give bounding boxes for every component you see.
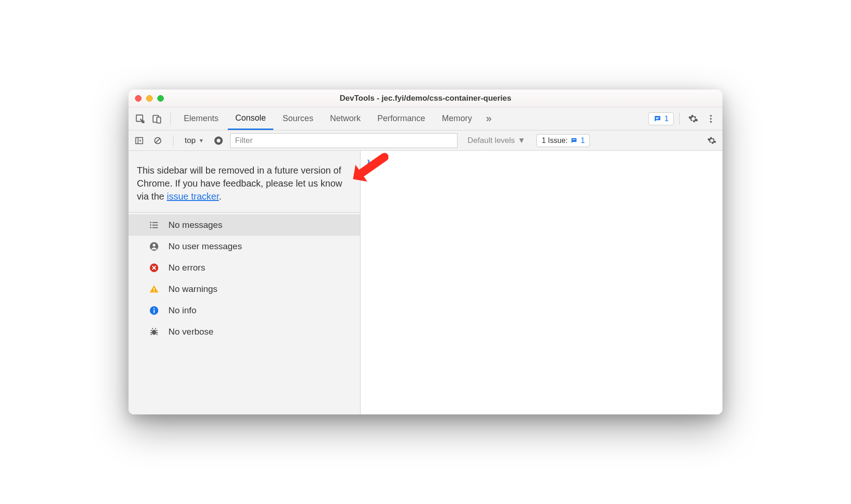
tab-network[interactable]: Network (322, 108, 368, 130)
console-settings-icon[interactable] (705, 134, 719, 148)
chat-icon (653, 115, 662, 123)
chevron-down-icon: ▼ (518, 136, 526, 145)
tab-console[interactable]: Console (228, 108, 273, 130)
log-levels-selector[interactable]: Default levels ▼ (468, 136, 526, 145)
svg-rect-2 (157, 117, 161, 123)
sidebar-filter-list: No messages No user messages No errors N… (129, 213, 360, 342)
svg-rect-14 (573, 139, 576, 140)
svg-rect-25 (154, 291, 155, 292)
notice-text-post: . (219, 191, 222, 201)
separator (679, 113, 680, 125)
svg-point-7 (710, 121, 712, 123)
sidebar-item-info[interactable]: No info (129, 300, 360, 321)
sidebar-item-label: No verbose (168, 327, 213, 337)
sidebar-item-label: No user messages (168, 241, 242, 252)
user-icon (148, 240, 160, 252)
svg-rect-24 (154, 288, 155, 291)
settings-icon[interactable] (685, 111, 701, 127)
svg-rect-27 (154, 310, 155, 313)
sidebar-item-label: No info (168, 305, 196, 316)
deprecation-notice: This sidebar will be removed in a future… (129, 151, 360, 213)
device-toolbar-icon[interactable] (149, 111, 165, 127)
svg-point-28 (154, 308, 155, 309)
sidebar-item-warnings[interactable]: No warnings (129, 278, 360, 300)
more-icon[interactable] (703, 111, 719, 127)
console-output[interactable]: › (361, 151, 722, 414)
chat-icon (570, 137, 578, 144)
separator (173, 136, 174, 146)
window-title: DevTools - jec.fyi/demo/css-container-qu… (129, 94, 722, 103)
svg-point-13 (217, 139, 220, 142)
sidebar-item-errors[interactable]: No errors (129, 257, 360, 278)
tab-performance[interactable]: Performance (370, 108, 432, 130)
bug-icon (148, 326, 160, 338)
tab-elements[interactable]: Elements (176, 108, 226, 130)
error-icon (148, 262, 160, 274)
chevron-down-icon: ▼ (199, 137, 204, 144)
svg-point-29 (152, 330, 156, 335)
sidebar-item-label: No messages (168, 220, 222, 230)
svg-rect-18 (152, 225, 158, 226)
sidebar-item-label: No warnings (168, 284, 218, 294)
svg-point-5 (710, 115, 712, 116)
svg-rect-3 (656, 117, 659, 118)
devtools-window: DevTools - jec.fyi/demo/css-container-qu… (129, 90, 722, 414)
console-toolbar: top ▼ Default levels ▼ 1 Issue: 1 (129, 130, 722, 151)
sidebar-item-messages[interactable]: No messages (129, 214, 360, 236)
separator (170, 113, 171, 125)
svg-point-22 (153, 244, 155, 246)
clear-console-icon[interactable] (151, 134, 165, 148)
tab-sources[interactable]: Sources (275, 108, 321, 130)
feedback-button[interactable]: 1 (648, 112, 674, 125)
context-label: top (185, 136, 196, 145)
sidebar-item-label: No errors (168, 263, 205, 273)
context-selector[interactable]: top ▼ (182, 135, 207, 146)
svg-rect-4 (656, 118, 658, 119)
inspect-element-icon[interactable] (132, 111, 148, 127)
sidebar-item-user[interactable]: No user messages (129, 236, 360, 257)
titlebar: DevTools - jec.fyi/demo/css-container-qu… (129, 90, 722, 107)
issue-tracker-link[interactable]: issue tracker (167, 191, 219, 201)
svg-rect-16 (152, 222, 158, 223)
toggle-sidebar-icon[interactable] (132, 134, 146, 148)
console-sidebar: This sidebar will be removed in a future… (129, 151, 361, 414)
warning-icon (148, 283, 160, 295)
svg-point-19 (150, 227, 151, 228)
filter-input[interactable] (230, 133, 458, 148)
tab-memory[interactable]: Memory (434, 108, 479, 130)
tabs-overflow-button[interactable]: » (481, 108, 496, 130)
list-icon (148, 219, 160, 231)
svg-point-6 (710, 118, 712, 120)
console-prompt-glyph: › (367, 155, 370, 166)
main-tabbar: Elements Console Sources Network Perform… (129, 107, 722, 130)
levels-label: Default levels (468, 136, 515, 145)
info-icon (148, 304, 160, 317)
svg-rect-20 (152, 227, 158, 228)
feedback-count: 1 (664, 115, 669, 123)
svg-line-11 (156, 138, 160, 142)
svg-point-15 (150, 222, 151, 223)
svg-point-17 (150, 225, 151, 226)
sidebar-item-verbose[interactable]: No verbose (129, 321, 360, 342)
issues-button[interactable]: 1 Issue: 1 (536, 134, 590, 147)
issues-count: 1 (580, 136, 585, 145)
content-area: This sidebar will be removed in a future… (129, 151, 722, 414)
issues-label: 1 Issue: (542, 136, 567, 145)
live-expression-icon[interactable] (212, 134, 226, 148)
